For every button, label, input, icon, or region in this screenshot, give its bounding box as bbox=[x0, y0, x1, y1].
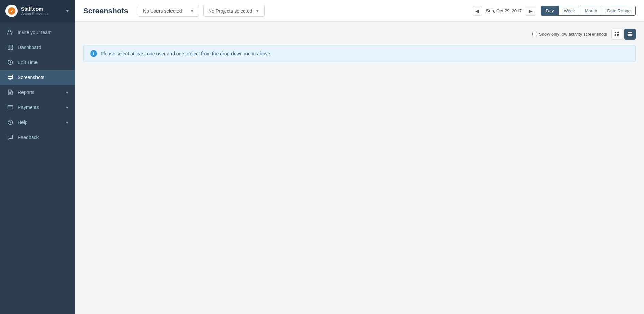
svg-rect-14 bbox=[8, 106, 13, 109]
svg-rect-22 bbox=[628, 32, 632, 33]
sidebar-item-feedback[interactable]: Feedback bbox=[0, 130, 75, 145]
sidebar-nav: Invite your team Dashboard bbox=[0, 22, 75, 314]
chevron-down-icon: ▼ bbox=[190, 9, 194, 13]
info-message: Please select at least one user and one … bbox=[101, 51, 271, 56]
grid-view-button[interactable] bbox=[611, 29, 623, 40]
info-banner: i Please select at least one user and on… bbox=[83, 45, 636, 62]
invite-icon bbox=[7, 29, 14, 36]
sidebar-item-screenshots[interactable]: Screenshots bbox=[0, 70, 75, 85]
sidebar-item-help[interactable]: Help ▾ bbox=[0, 115, 75, 130]
sidebar: ✓ Staff.com Anton Shevchuk ▼ Invite your… bbox=[0, 0, 75, 314]
sidebar-item-edit-time[interactable]: Edit Time bbox=[0, 55, 75, 70]
chevron-down-icon: ▼ bbox=[255, 9, 259, 13]
low-activity-toggle[interactable]: Show only low activity screenshots bbox=[532, 32, 607, 37]
svg-rect-5 bbox=[8, 48, 10, 50]
projects-dropdown[interactable]: No Projects selected ▼ bbox=[203, 5, 265, 17]
view-tabs: Day Week Month Date Range bbox=[541, 6, 636, 16]
svg-line-8 bbox=[8, 60, 9, 61]
reports-icon bbox=[7, 89, 14, 96]
screenshots-icon bbox=[7, 74, 14, 81]
tab-week[interactable]: Week bbox=[559, 6, 580, 15]
brand-user: Anton Shevchuk bbox=[21, 12, 65, 16]
brand-name: Staff.com bbox=[21, 6, 65, 12]
svg-point-0 bbox=[9, 30, 11, 32]
low-activity-checkbox[interactable] bbox=[532, 32, 537, 36]
next-date-button[interactable]: ▶ bbox=[526, 6, 535, 16]
main-content: Screenshots No Users selected ▼ No Proje… bbox=[75, 0, 644, 314]
dashboard-icon bbox=[7, 44, 14, 51]
svg-rect-24 bbox=[628, 35, 632, 36]
sidebar-item-label: Help bbox=[18, 120, 28, 125]
sidebar-item-label: Edit Time bbox=[18, 60, 38, 65]
users-dropdown[interactable]: No Users selected ▼ bbox=[138, 5, 199, 17]
svg-rect-6 bbox=[11, 48, 13, 50]
svg-rect-20 bbox=[615, 34, 616, 36]
svg-rect-18 bbox=[615, 32, 616, 33]
sidebar-item-label: Screenshots bbox=[18, 75, 44, 80]
tab-month[interactable]: Month bbox=[580, 6, 602, 15]
svg-rect-3 bbox=[8, 45, 10, 47]
page-title: Screenshots bbox=[83, 6, 128, 15]
sidebar-item-dashboard[interactable]: Dashboard bbox=[0, 40, 75, 55]
chevron-right-icon: ▾ bbox=[66, 120, 68, 125]
sidebar-item-invite-team[interactable]: Invite your team bbox=[0, 25, 75, 40]
sidebar-item-label: Payments bbox=[18, 105, 39, 110]
view-mode-buttons bbox=[611, 29, 636, 40]
svg-rect-23 bbox=[628, 34, 632, 35]
info-icon: i bbox=[90, 50, 97, 57]
sidebar-header[interactable]: ✓ Staff.com Anton Shevchuk ▼ bbox=[0, 0, 75, 22]
sidebar-item-label: Reports bbox=[18, 90, 34, 95]
current-date: Sun, Oct 29, 2017 bbox=[484, 8, 524, 13]
feedback-icon bbox=[7, 134, 14, 141]
users-dropdown-label: No Users selected bbox=[143, 8, 182, 14]
brand-logo: ✓ bbox=[5, 5, 18, 17]
help-icon bbox=[7, 119, 14, 126]
sidebar-item-reports[interactable]: Reports ▾ bbox=[0, 85, 75, 100]
chevron-right-icon: ▾ bbox=[66, 105, 68, 110]
svg-rect-4 bbox=[11, 45, 13, 47]
sidebar-item-label: Feedback bbox=[18, 135, 39, 140]
sidebar-item-label: Dashboard bbox=[18, 45, 41, 50]
date-navigation: ◀ Sun, Oct 29, 2017 ▶ bbox=[473, 6, 536, 16]
content-toolbar: Show only low activity screenshots bbox=[83, 29, 636, 40]
list-view-button[interactable] bbox=[624, 29, 636, 40]
brand-info: Staff.com Anton Shevchuk bbox=[21, 6, 65, 16]
logo-check: ✓ bbox=[8, 7, 15, 15]
sidebar-item-payments[interactable]: Payments ▾ bbox=[0, 100, 75, 115]
projects-dropdown-label: No Projects selected bbox=[208, 8, 252, 14]
edit-time-icon bbox=[7, 59, 14, 66]
sidebar-item-label: Invite your team bbox=[18, 30, 52, 35]
content-area: Show only low activity screenshots bbox=[75, 22, 644, 314]
tab-day[interactable]: Day bbox=[541, 6, 559, 15]
chevron-right-icon: ▾ bbox=[66, 90, 68, 95]
svg-rect-21 bbox=[617, 34, 619, 36]
chevron-down-icon: ▼ bbox=[65, 9, 70, 13]
topbar: Screenshots No Users selected ▼ No Proje… bbox=[75, 0, 644, 22]
payments-icon bbox=[7, 104, 14, 111]
low-activity-text: Show only low activity screenshots bbox=[539, 32, 607, 37]
prev-date-button[interactable]: ◀ bbox=[473, 6, 482, 16]
tab-date-range[interactable]: Date Range bbox=[602, 6, 635, 15]
svg-rect-19 bbox=[617, 32, 619, 33]
